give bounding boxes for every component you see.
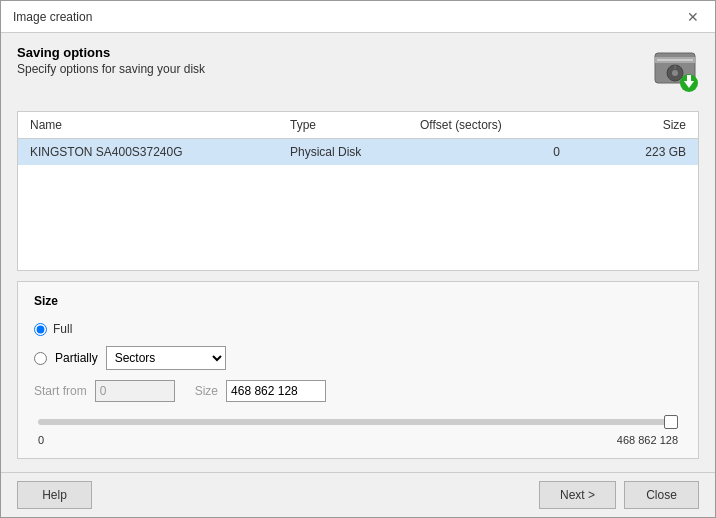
disk-size: 223 GB: [576, 143, 690, 161]
footer-right: Next > Close: [539, 481, 699, 509]
svg-point-4: [672, 70, 678, 76]
size-section: Size Full Partially Sectors Bytes Megaby…: [17, 281, 699, 459]
svg-rect-2: [657, 59, 693, 61]
table-row[interactable]: KINGSTON SA400S37240G Physical Disk 0 22…: [18, 139, 698, 165]
section-title: Saving options: [17, 45, 205, 60]
partially-radio-row: Partially Sectors Bytes Megabytes: [34, 346, 682, 370]
start-from-label: Start from: [34, 384, 87, 398]
size-label: Size: [195, 384, 218, 398]
sectors-dropdown[interactable]: Sectors Bytes Megabytes: [106, 346, 226, 370]
footer-left: Help: [17, 481, 92, 509]
partially-radio[interactable]: [34, 352, 47, 365]
col-offset: Offset (sectors): [416, 116, 576, 134]
size-slider[interactable]: [38, 419, 678, 425]
slider-max-label: 468 862 128: [617, 434, 678, 446]
size-input[interactable]: [226, 380, 326, 402]
table-header: Name Type Offset (sectors) Size: [18, 112, 698, 139]
content-area: Saving options Specify options for savin…: [1, 33, 715, 472]
start-from-input[interactable]: [95, 380, 175, 402]
slider-container: [38, 412, 678, 432]
size-section-title: Size: [34, 294, 682, 308]
header-text: Saving options Specify options for savin…: [17, 45, 205, 76]
section-description: Specify options for saving your disk: [17, 62, 205, 76]
partially-label: Partially: [55, 351, 98, 365]
svg-rect-8: [687, 75, 691, 83]
disk-icon: [651, 45, 699, 93]
disk-offset: 0: [416, 143, 576, 161]
disk-svg: [651, 45, 699, 93]
start-size-row: Start from Size: [34, 380, 682, 402]
footer: Help Next > Close: [1, 472, 715, 517]
next-button[interactable]: Next >: [539, 481, 616, 509]
slider-labels: 0 468 862 128: [38, 434, 678, 446]
full-label: Full: [53, 322, 72, 336]
header-section: Saving options Specify options for savin…: [17, 45, 699, 101]
dialog-title: Image creation: [13, 10, 92, 24]
title-bar: Image creation ✕: [1, 1, 715, 33]
full-radio-row: Full: [34, 322, 682, 336]
disk-type: Physical Disk: [286, 143, 416, 161]
col-size: Size: [576, 116, 690, 134]
disk-name: KINGSTON SA400S37240G: [26, 143, 286, 161]
col-name: Name: [26, 116, 286, 134]
full-radio[interactable]: [34, 323, 47, 336]
help-button[interactable]: Help: [17, 481, 92, 509]
dialog: Image creation ✕ Saving options Specify …: [0, 0, 716, 518]
disk-table: Name Type Offset (sectors) Size KINGSTON…: [17, 111, 699, 271]
col-type: Type: [286, 116, 416, 134]
close-icon[interactable]: ✕: [683, 7, 703, 27]
slider-section: 0 468 862 128: [34, 412, 682, 446]
close-button[interactable]: Close: [624, 481, 699, 509]
slider-min-label: 0: [38, 434, 44, 446]
